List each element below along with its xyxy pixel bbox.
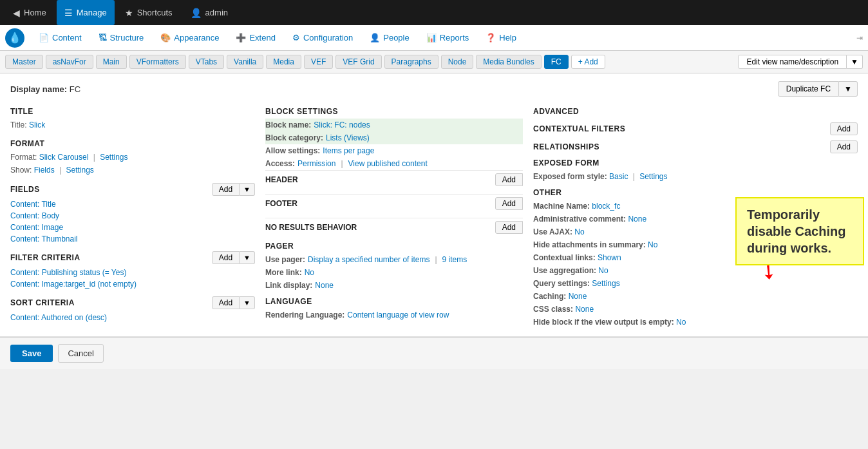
three-column-layout: TITLE Title: Slick FORMAT Format: Slick … [10, 107, 858, 329]
exposed-form-settings-link[interactable]: Settings [639, 172, 667, 181]
no-results-add-button[interactable]: Add [495, 221, 523, 234]
more-link-value[interactable]: No [305, 268, 314, 277]
content-nav-item[interactable]: 📄 Content [31, 25, 90, 50]
fields-add-dropdown[interactable]: ▼ [240, 183, 255, 196]
main-content: Display name: FC Duplicate FC ▼ TITLE Ti… [0, 73, 868, 337]
duplicate-button[interactable]: Duplicate FC [778, 81, 839, 97]
tab-media-bundles[interactable]: Media Bundles [476, 55, 541, 69]
caching-link[interactable]: None [569, 292, 587, 301]
user-icon: 👤 [191, 8, 202, 18]
tab-main[interactable]: Main [96, 55, 127, 69]
admin-nav-item[interactable]: 👤 admin [183, 0, 236, 25]
duplicate-dropdown-button[interactable]: ▼ [839, 81, 858, 97]
tab-add-button[interactable]: + Add [571, 55, 605, 69]
fields-add-button[interactable]: Add [212, 183, 240, 196]
footer-add-button[interactable]: Add [495, 197, 523, 210]
edit-view-dropdown-button[interactable]: ▼ [847, 55, 863, 69]
home-nav-item[interactable]: ◀ Home [5, 0, 54, 25]
tab-vtabs[interactable]: VTabs [189, 55, 224, 69]
tab-vef[interactable]: VEF [304, 55, 333, 69]
help-nav-item[interactable]: ❓ Help [478, 25, 524, 50]
tab-vef-grid[interactable]: VEF Grid [335, 55, 381, 69]
fields-section-header: FIELDS [10, 185, 40, 194]
other-section-header: OTHER [533, 188, 858, 197]
sidebar-toggle-icon[interactable]: ⇥ [856, 33, 863, 43]
content-label: Content [52, 33, 82, 43]
fields-section-row: FIELDS Add ▼ [10, 183, 255, 196]
caching-row: Caching: None [533, 290, 858, 303]
format-settings-link[interactable]: Settings [100, 153, 127, 162]
use-pager-link[interactable]: Display a specified number of items [308, 255, 429, 264]
hide-block-link[interactable]: No [676, 318, 686, 327]
advanced-section-header: ADVANCED [533, 107, 858, 116]
tab-asnavfor[interactable]: asNavFor [46, 55, 93, 69]
block-category-link[interactable]: Lists (Views) [326, 133, 370, 142]
access-permission-link[interactable]: Permission [297, 159, 335, 168]
hide-attachments-link[interactable]: No [648, 240, 657, 249]
shortcuts-nav-item[interactable]: ★ Shortcuts [117, 0, 180, 25]
sort-section-row: SORT CRITERIA Add ▼ [10, 296, 255, 309]
footer-section: FOOTER Add [265, 194, 523, 213]
css-class-row: CSS class: None [533, 303, 858, 316]
tab-paragraphs[interactable]: Paragraphs [384, 55, 439, 69]
tab-node[interactable]: Node [441, 55, 474, 69]
use-ajax-link[interactable]: No [574, 227, 584, 236]
top-navigation: ◀ Home ☰ Manage ★ Shortcuts 👤 admin [0, 0, 868, 25]
tab-fc[interactable]: FC [544, 55, 569, 69]
show-link[interactable]: Fields [34, 166, 55, 175]
cancel-button[interactable]: Cancel [58, 344, 103, 363]
relationships-header: RELATIONSHIPS [533, 142, 599, 151]
drupal-logo[interactable]: 💧 [5, 28, 24, 48]
language-section-header: LANGUAGE [265, 297, 523, 306]
no-results-title: NO RESULTS BEHAVIOR [265, 223, 357, 232]
title-link[interactable]: Slick [29, 120, 45, 129]
structure-nav-item[interactable]: 🏗 Structure [91, 25, 152, 50]
no-results-section: NO RESULTS BEHAVIOR Add [265, 218, 523, 236]
format-section-header: FORMAT [10, 139, 255, 148]
footer-title: FOOTER [265, 199, 297, 208]
help-icon: ❓ [486, 33, 496, 43]
use-aggregation-link[interactable]: No [598, 266, 608, 275]
sort-add-button[interactable]: Add [212, 296, 240, 309]
block-name-link[interactable]: Slick: FC: nodes [314, 120, 370, 129]
tab-vanilla[interactable]: Vanilla [227, 55, 263, 69]
rendering-language-link[interactable]: Content language of view row [347, 310, 449, 320]
css-class-link[interactable]: None [575, 305, 594, 314]
header-add-button[interactable]: Add [495, 173, 523, 186]
manage-nav-item[interactable]: ☰ Manage [57, 0, 115, 25]
filter-add-dropdown[interactable]: ▼ [240, 251, 255, 264]
configuration-nav-item[interactable]: ⚙ Configuration [285, 25, 361, 50]
admin-comment-link[interactable]: None [628, 215, 646, 224]
left-column: TITLE Title: Slick FORMAT Format: Slick … [10, 107, 255, 323]
sort-add-dropdown[interactable]: ▼ [240, 296, 255, 309]
configuration-icon: ⚙ [292, 33, 300, 43]
people-label: People [383, 33, 409, 43]
pager-items-link[interactable]: 9 items [442, 255, 467, 264]
contextual-links-link[interactable]: Shown [598, 253, 621, 262]
filter-image-target: Content: Image:target_id (not empty) [10, 278, 255, 290]
format-link[interactable]: Slick Carousel [39, 153, 89, 162]
exposed-form-header: EXPOSED FORM [533, 158, 858, 167]
tab-media[interactable]: Media [266, 55, 301, 69]
show-settings-link[interactable]: Settings [66, 166, 94, 175]
exposed-form-style-link[interactable]: Basic [609, 172, 628, 181]
view-published-link[interactable]: View published content [348, 159, 428, 168]
tooltip-note: Temporarily disable Caching during works… [735, 197, 864, 265]
tab-vformatters[interactable]: VFormatters [129, 55, 186, 69]
people-nav-item[interactable]: 👤 People [362, 25, 417, 50]
edit-view-name-button[interactable]: Edit view name/description [738, 55, 847, 69]
relationships-add-button[interactable]: Add [830, 140, 858, 153]
filter-add-button[interactable]: Add [212, 251, 240, 264]
link-display-value[interactable]: None [315, 281, 334, 290]
machine-name-link[interactable]: block_fc [592, 202, 620, 211]
contextual-filters-add-button[interactable]: Add [830, 122, 858, 135]
allow-settings-link[interactable]: Items per page [323, 146, 374, 155]
save-button[interactable]: Save [10, 345, 53, 362]
reports-nav-item[interactable]: 📊 Reports [419, 25, 477, 50]
extend-nav-item[interactable]: ➕ Extend [228, 25, 283, 50]
tab-master[interactable]: Master [5, 55, 43, 69]
appearance-nav-item[interactable]: 🎨 Appearance [153, 25, 227, 50]
query-settings-link[interactable]: Settings [592, 279, 619, 288]
field-content-title: Content: Title [10, 198, 255, 210]
link-display-row: Link display: None [265, 279, 523, 292]
